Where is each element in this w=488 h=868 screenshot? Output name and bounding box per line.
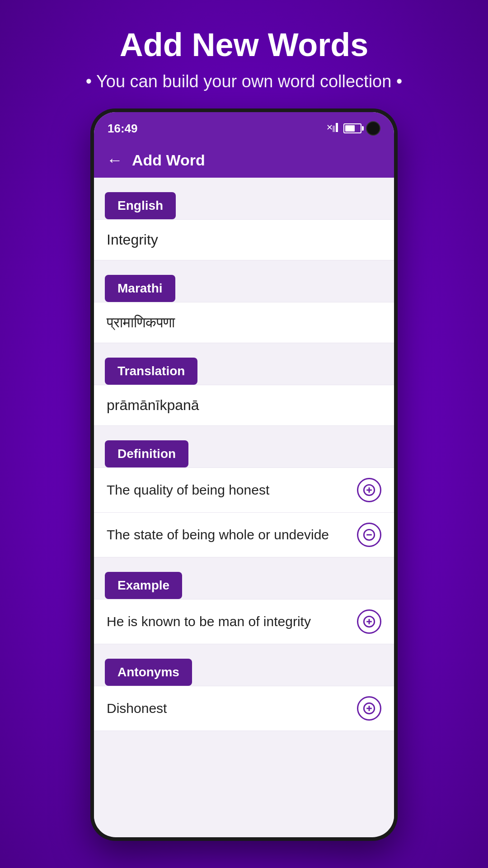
- spacer-translation: [94, 343, 394, 349]
- signal-icon: ✕: [326, 122, 339, 135]
- field-translation[interactable]: prāmānīkpanā: [94, 385, 394, 426]
- spacer-marathi: [94, 260, 394, 267]
- definition-text-1: The quality of being honest: [107, 482, 350, 498]
- field-marathi[interactable]: प्रामाणिकपणा: [94, 302, 394, 343]
- status-bar: 16:49 ✕: [94, 112, 394, 142]
- back-button[interactable]: ←: [107, 151, 123, 170]
- antonym-item-1: Dishonest: [94, 686, 394, 731]
- label-definition: Definition: [105, 440, 188, 467]
- label-translation: Translation: [105, 358, 197, 385]
- example-text-1: He is known to be man of integrity: [107, 614, 350, 629]
- definition-item-2: The state of being whole or undevide: [94, 513, 394, 557]
- status-icons: ✕: [326, 121, 380, 136]
- remove-definition-2-button[interactable]: [357, 523, 381, 547]
- content-area: English Integrity Marathi प्रामाणिकपणा T…: [94, 178, 394, 828]
- svg-rect-2: [336, 123, 338, 132]
- battery-icon: [343, 123, 361, 133]
- example-list: He is known to be man of integrity: [94, 599, 394, 644]
- label-english: English: [105, 192, 176, 219]
- add-definition-1-button[interactable]: [357, 478, 381, 502]
- svg-text:✕: ✕: [326, 123, 333, 132]
- svg-rect-1: [333, 126, 335, 132]
- antonym-text-1: Dishonest: [107, 701, 350, 716]
- spacer-definition: [94, 426, 394, 432]
- definition-item-1: The quality of being honest: [94, 467, 394, 513]
- page-title: Add New Words: [18, 27, 470, 63]
- label-antonyms: Antonyms: [105, 659, 192, 686]
- example-item-1: He is known to be man of integrity: [94, 599, 394, 644]
- page-header: Add New Words • You can build your own w…: [0, 0, 488, 109]
- add-antonym-1-button[interactable]: [357, 696, 381, 721]
- spacer-english: [94, 178, 394, 184]
- status-time: 16:49: [108, 122, 138, 136]
- spacer-example: [94, 557, 394, 564]
- label-marathi: Marathi: [105, 275, 175, 302]
- phone-screen: 16:49 ✕ ← Add Word: [94, 112, 394, 837]
- page-subtitle: • You can build your own word collection…: [18, 72, 470, 91]
- app-bar: ← Add Word: [94, 142, 394, 178]
- spacer-antonyms: [94, 644, 394, 651]
- add-example-1-button[interactable]: [357, 609, 381, 634]
- definition-text-2: The state of being whole or undevide: [107, 527, 350, 542]
- app-bar-title: Add Word: [132, 151, 205, 169]
- field-english[interactable]: Integrity: [94, 219, 394, 260]
- label-example: Example: [105, 572, 182, 599]
- camera-notch: [366, 121, 380, 136]
- antonyms-list: Dishonest: [94, 686, 394, 731]
- phone-frame: 16:49 ✕ ← Add Word: [90, 108, 398, 841]
- definition-list: The quality of being honest The state of…: [94, 467, 394, 557]
